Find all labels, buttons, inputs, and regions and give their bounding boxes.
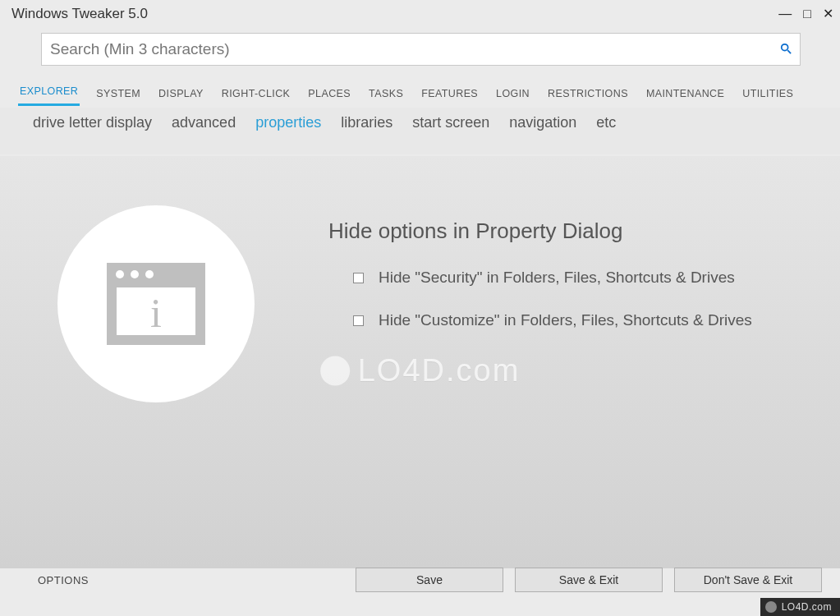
tab-system[interactable]: SYSTEM <box>94 85 142 106</box>
maximize-icon[interactable]: □ <box>803 7 811 21</box>
source-badge: LO4D.com <box>760 598 840 616</box>
search-icon[interactable] <box>780 43 792 57</box>
titlebar: Windows Tweaker 5.0 — □ ✕ <box>0 0 840 28</box>
tab-right-click[interactable]: RIGHT-CLICK <box>220 85 292 106</box>
save-exit-button[interactable]: Save & Exit <box>515 568 663 592</box>
window-controls: — □ ✕ <box>778 7 833 21</box>
svg-point-3 <box>116 270 124 278</box>
search-input[interactable] <box>50 40 780 58</box>
nav-primary: EXPLORER SYSTEM DISPLAY RIGHT-CLICK PLAC… <box>0 71 840 108</box>
searchbar[interactable] <box>41 33 801 66</box>
minimize-icon[interactable]: — <box>778 7 792 21</box>
subtab-properties[interactable]: properties <box>255 114 321 131</box>
close-icon[interactable]: ✕ <box>823 7 833 21</box>
subtab-drive-letter[interactable]: drive letter display <box>33 114 152 131</box>
tab-explorer[interactable]: EXPLORER <box>18 82 80 106</box>
globe-icon <box>765 601 777 613</box>
subtab-libraries[interactable]: libraries <box>341 114 392 131</box>
property-dialog-icon: i <box>99 246 213 361</box>
tab-tasks[interactable]: TASKS <box>367 85 405 106</box>
tab-maintenance[interactable]: MAINTENANCE <box>645 85 726 106</box>
subtab-start-screen[interactable]: start screen <box>412 114 489 131</box>
section-title: Hide options in Property Dialog <box>328 218 807 244</box>
dont-save-exit-button[interactable]: Don't Save & Exit <box>674 568 822 592</box>
options-link[interactable]: OPTIONS <box>38 574 344 586</box>
content-pane: Hide options in Property Dialog Hide "Se… <box>255 205 807 568</box>
subtab-advanced[interactable]: advanced <box>172 114 236 131</box>
tab-places[interactable]: PLACES <box>306 85 352 106</box>
tab-display[interactable]: DISPLAY <box>157 85 205 106</box>
nav-secondary: drive letter display advanced properties… <box>0 108 840 154</box>
tab-restrictions[interactable]: RESTRICTIONS <box>546 85 630 106</box>
check-row-customize[interactable]: Hide "Customize" in Folders, Files, Shor… <box>328 311 807 329</box>
searchbar-wrap <box>0 28 840 71</box>
tab-login[interactable]: LOGIN <box>494 85 531 106</box>
svg-point-5 <box>145 270 154 278</box>
subtab-etc[interactable]: etc <box>596 114 616 131</box>
svg-line-1 <box>787 50 791 53</box>
svg-text:i: i <box>150 290 162 336</box>
tab-features[interactable]: FEATURES <box>420 85 480 106</box>
badge-text: LO4D.com <box>782 601 832 613</box>
checkbox-icon[interactable] <box>353 315 364 326</box>
save-button[interactable]: Save <box>356 568 503 592</box>
svg-point-0 <box>782 44 788 50</box>
check-label: Hide "Security" in Folders, Files, Short… <box>379 269 735 287</box>
check-label: Hide "Customize" in Folders, Files, Shor… <box>379 311 752 329</box>
window-title: Windows Tweaker 5.0 <box>11 6 148 22</box>
main-content: i Hide options in Property Dialog Hide "… <box>0 156 840 568</box>
checkbox-icon[interactable] <box>353 273 364 283</box>
info-icon-circle: i <box>57 205 255 402</box>
subtab-navigation[interactable]: navigation <box>509 114 576 131</box>
check-row-security[interactable]: Hide "Security" in Folders, Files, Short… <box>328 269 807 287</box>
tab-utilities[interactable]: UTILITIES <box>741 85 795 106</box>
svg-point-4 <box>131 270 139 278</box>
footer: OPTIONS Save Save & Exit Don't Save & Ex… <box>0 563 840 596</box>
